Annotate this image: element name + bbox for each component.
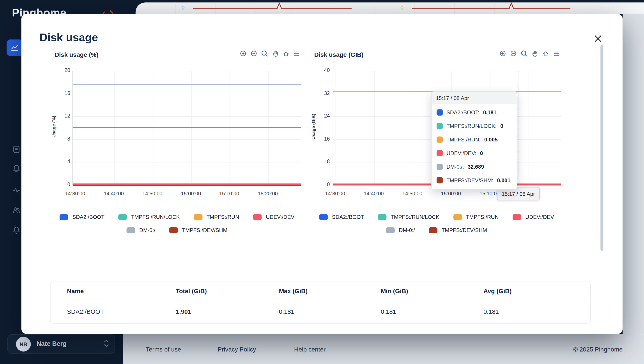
home-icon[interactable] (542, 50, 549, 57)
series-line-sda2 (73, 127, 301, 128)
column-header-name: Name (67, 282, 84, 300)
y-axis-label: Usage (GiB) (311, 70, 316, 184)
zoom-out-icon[interactable] (250, 50, 258, 57)
chart-toolbar (240, 50, 300, 57)
x-tick: 14:40:00 (104, 191, 124, 197)
legend-swatch (126, 227, 135, 233)
crosshair-line (518, 71, 518, 185)
tooltip-row: UDEV:/DEV:0 (432, 146, 517, 160)
cell-max: 0.181 (279, 300, 294, 323)
chart-gib-section: Disk usage (GIB) Usage (GiB) 40 32 24 (314, 51, 560, 258)
x-tick: 15:00:00 (181, 191, 201, 197)
sidebar-item-reports[interactable] (11, 144, 22, 155)
legend-swatch (378, 214, 386, 220)
cell-avg: 0.181 (484, 300, 499, 323)
cell-total: 1.901 (176, 300, 191, 323)
user-menu[interactable]: NB Nate Berg (8, 334, 115, 353)
legend-swatch (194, 214, 202, 220)
legend-item-shm[interactable]: TMPFS:/DEV/SHM (169, 227, 227, 233)
footer-copyright: © 2025 Pinghome (573, 346, 623, 353)
legend-item-udev[interactable]: UDEV:/DEV (512, 214, 554, 220)
tooltip-row: TMPFS:/RUN/LOCK:0 (432, 119, 517, 133)
users-icon (12, 206, 21, 215)
background-series-line (193, 3, 352, 14)
sidebar-item-notifications[interactable] (11, 163, 22, 174)
legend-swatch (319, 214, 328, 220)
sidebar-item-activity[interactable] (11, 185, 22, 196)
home-icon[interactable] (282, 50, 290, 57)
close-icon[interactable] (593, 34, 603, 44)
x-tick: 14:30:00 (65, 191, 85, 197)
background-series-line (412, 3, 570, 14)
y-tick: 16 (314, 136, 330, 142)
disk-usage-modal: Disk usage Disk usage (%) (22, 14, 623, 334)
legend-item-run[interactable]: TMPFS:/RUN (453, 214, 498, 220)
zoom-in-icon[interactable] (240, 50, 247, 57)
x-tick: 15:20:00 (258, 191, 278, 197)
chart-title: Disk usage (GIB) (314, 51, 364, 58)
selection-zoom-icon[interactable] (261, 50, 268, 57)
column-header-max: Max (GiB) (279, 282, 308, 300)
chevron-down-icon (104, 344, 109, 347)
series-line-run (73, 183, 301, 184)
legend-item-runlock[interactable]: TMPFS:/RUN/LOCK (378, 214, 439, 220)
legend-item-shm[interactable]: TMPFS:/DEV/SHM (429, 227, 487, 233)
menu-icon[interactable] (293, 50, 300, 57)
legend-item-sda2[interactable]: SDA2:/BOOT (60, 214, 104, 220)
y-tick: 24 (314, 113, 330, 119)
x-tick: 14:50:00 (142, 191, 162, 197)
sidebar-item-team[interactable] (11, 205, 22, 216)
y-tick: 4 (54, 159, 70, 164)
legend-item-runlock[interactable]: TMPFS:/RUN/LOCK (118, 214, 180, 220)
x-tick: 15:10:00 (480, 191, 500, 197)
legend-item-sda2[interactable]: SDA2:/BOOT (319, 214, 364, 220)
tooltip-row: DM-0:/:32.689 (432, 160, 517, 173)
pan-icon[interactable] (532, 50, 538, 57)
bell-icon (12, 226, 21, 235)
chart-title: Disk usage (%) (54, 51, 98, 58)
page-background (623, 14, 644, 334)
pan-icon[interactable] (272, 50, 279, 57)
tooltip-swatch (436, 177, 443, 183)
y-tick: 0 (314, 182, 330, 188)
menu-icon[interactable] (553, 50, 560, 57)
footer-link-privacy[interactable]: Privacy Policy (218, 346, 256, 353)
chart-toolbar (500, 50, 560, 57)
sidebar-item-alerts[interactable] (11, 225, 22, 236)
y-tick: 32 (314, 91, 330, 96)
zoom-in-icon[interactable] (500, 50, 506, 57)
legend-swatch (253, 214, 262, 220)
tooltip-row: TMPFS:/DEV/SHM:0.001 (432, 173, 517, 187)
modal-scrollbar[interactable] (600, 45, 603, 251)
legend-item-dm0[interactable]: DM-0:/ (386, 227, 415, 233)
selection-zoom-icon[interactable] (521, 50, 528, 57)
x-tick: 14:50:00 (402, 191, 422, 197)
stage: Pinghome 0 0 Terms of use Privacy Policy… (0, 0, 644, 364)
plot-area[interactable] (72, 71, 301, 185)
user-name: Nate Berg (36, 340, 66, 347)
y-tick: 20 (54, 68, 70, 73)
background-ytick: 0 (182, 5, 185, 11)
x-tick: 15:10:00 (219, 191, 239, 197)
background-ytick: 0 (400, 5, 404, 11)
y-tick: 12 (54, 113, 70, 119)
column-header-total: Total (GiB) (176, 282, 207, 300)
app-footer: Terms of use Privacy Policy Help center … (123, 334, 644, 364)
modal-title: Disk usage (40, 31, 98, 44)
legend-swatch (453, 214, 462, 220)
footer-link-terms[interactable]: Terms of use (146, 346, 181, 353)
zoom-out-icon[interactable] (510, 50, 517, 57)
chart-tooltip: 15:17 / 08 Apr SDA2:/BOOT:0.181 TMPFS:/R… (431, 91, 517, 190)
sidebar-item-metrics[interactable] (6, 40, 23, 56)
chart-legend: SDA2:/BOOT TMPFS:/RUN/LOCK TMPFS:/RUN UD… (314, 214, 560, 233)
avatar: NB (16, 337, 31, 352)
series-line-dm0 (73, 84, 301, 85)
tooltip-swatch (436, 163, 443, 170)
legend-item-dm0[interactable]: DM-0:/ (126, 227, 155, 233)
x-tick: 14:30:00 (325, 191, 345, 197)
legend-item-udev[interactable]: UDEV:/DEV (253, 214, 294, 220)
footer-link-help[interactable]: Help center (294, 346, 326, 353)
legend-item-run[interactable]: TMPFS:/RUN (194, 214, 239, 220)
tooltip-swatch (436, 109, 443, 116)
tooltip-swatch (436, 123, 443, 129)
